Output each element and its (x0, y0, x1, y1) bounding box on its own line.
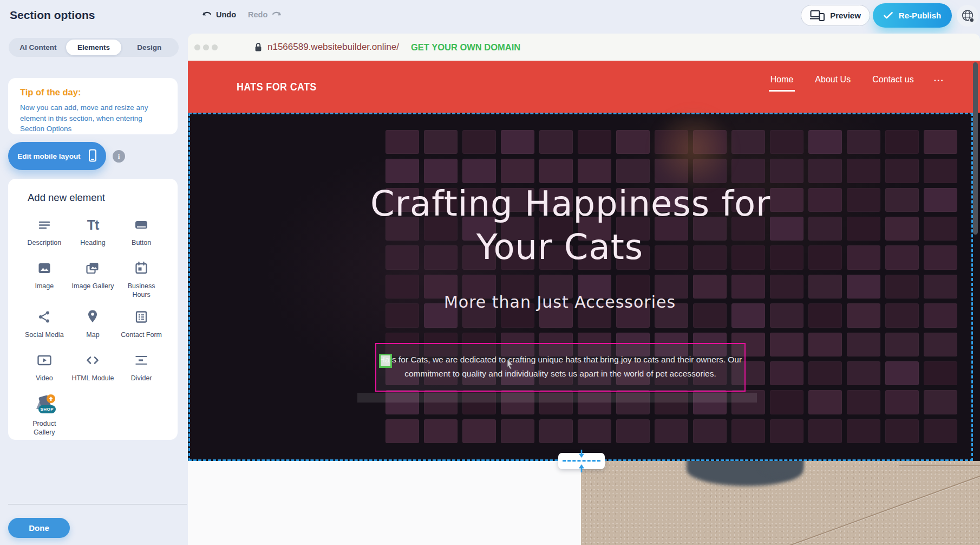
next-section-floor-image (581, 461, 980, 545)
hero-tile (885, 303, 919, 327)
hero-tile (885, 390, 919, 414)
element-contact-form[interactable]: Contact Form (118, 307, 165, 343)
site-logo[interactable]: HATS FOR CATS (237, 80, 317, 93)
element-video[interactable]: Video (21, 350, 68, 386)
preview-button[interactable]: Preview (801, 5, 870, 26)
hero-tile (808, 333, 842, 356)
done-button[interactable]: Done (8, 518, 70, 538)
browser-address-bar: n1566589.websitebuilder.online/ GET YOUR… (188, 34, 980, 61)
selected-text-element[interactable]: Hats for Cats, we are dedicated to craft… (375, 343, 746, 392)
hero-tile (885, 361, 919, 385)
get-domain-link[interactable]: GET YOUR OWN DOMAIN (411, 42, 520, 53)
hero-tile (770, 130, 803, 154)
page-title: Section options (10, 9, 95, 22)
upgrade-arrow-icon (47, 394, 55, 403)
info-icon[interactable]: i (113, 150, 125, 163)
element-business-hours[interactable]: Business Hours (118, 258, 165, 300)
hero-tile (578, 130, 611, 154)
hero-tile (693, 419, 727, 443)
element-html-module[interactable]: HTML Module (70, 350, 116, 386)
redo-button[interactable]: Redo (248, 10, 282, 19)
undo-button[interactable]: Undo (201, 10, 236, 19)
hero-tile (424, 130, 458, 154)
hero-tile (578, 419, 611, 443)
hero-tile (847, 333, 880, 356)
hero-tile (770, 333, 803, 356)
hero-tile (539, 159, 573, 183)
edit-mobile-layout-label: Edit mobile layout (17, 152, 80, 160)
hero-tile (885, 419, 919, 443)
hero-tile (386, 419, 419, 443)
edit-mobile-layout-button[interactable]: Edit mobile layout (8, 142, 106, 170)
image-icon (37, 258, 51, 278)
hero-tile (847, 159, 880, 183)
divider-icon (134, 350, 149, 371)
hero-tile (924, 130, 957, 154)
hero-tile (578, 159, 611, 183)
element-product-gallery[interactable]: SHOP Product Gallery (21, 393, 68, 437)
tab-elements[interactable]: Elements (66, 40, 122, 55)
nav-about-us[interactable]: About Us (813, 74, 852, 90)
hero-tile (386, 159, 419, 183)
element-image-gallery[interactable]: Image Gallery (70, 258, 116, 300)
hero-tile (885, 188, 919, 212)
tab-ai-content[interactable]: AI Content (10, 40, 66, 55)
hero-tile (885, 275, 919, 299)
element-social-media[interactable]: Social Media (21, 307, 68, 343)
globe-icon (961, 9, 975, 23)
nav-more-ellipsis[interactable]: ... (934, 74, 944, 83)
element-description[interactable]: Description (21, 215, 68, 251)
element-heading[interactable]: Tt Heading (70, 215, 116, 251)
lock-icon (254, 42, 263, 53)
republish-button[interactable]: Re-Publish (873, 3, 952, 28)
element-divider[interactable]: Divider (118, 350, 165, 386)
hero-tile (808, 245, 842, 269)
tip-title: Tip of the day: (20, 87, 166, 98)
hero-tile (847, 188, 880, 212)
hero-tile (924, 303, 957, 327)
nav-contact-us[interactable]: Contact us (871, 74, 915, 90)
hero-tile (770, 159, 803, 183)
site-url: n1566589.websitebuilder.online/ (267, 42, 399, 53)
hero-tile (924, 188, 957, 212)
tab-design[interactable]: Design (121, 40, 177, 55)
site-preview-viewport: HATS FOR CATS Home About Us Contact us .… (188, 61, 980, 545)
undo-icon (201, 10, 212, 19)
element-image[interactable]: Image (21, 258, 68, 300)
hero-tile (847, 419, 880, 443)
element-map[interactable]: Map (70, 307, 116, 343)
panel-tabs: AI Content Elements Design (9, 38, 179, 57)
element-button[interactable]: Button (118, 215, 165, 251)
hero-tile (808, 361, 842, 385)
hero-tile (424, 159, 458, 183)
mouse-cursor (506, 359, 515, 370)
element-hover-strip (357, 393, 757, 403)
hero-tile (770, 361, 803, 385)
hero-tile (770, 275, 803, 299)
hero-tile (924, 245, 957, 269)
hero-tile (731, 419, 765, 443)
hero-section-selected[interactable]: Crafting Happiness for Your Cats More th… (188, 113, 980, 461)
hero-heading[interactable]: Crafting Happiness for Your Cats (370, 182, 749, 269)
hero-subheading[interactable]: More than Just Accessories (370, 293, 749, 312)
redo-icon (271, 10, 282, 19)
hero-tile (770, 188, 803, 212)
hero-tile (616, 130, 650, 154)
social-media-icon (37, 307, 51, 327)
hero-tile (539, 130, 573, 154)
globe-language-button[interactable] (957, 5, 978, 27)
nav-home[interactable]: Home (769, 74, 795, 92)
hero-tile (539, 419, 573, 443)
hero-tile (808, 390, 842, 414)
phone-icon (87, 149, 97, 163)
hero-tile (501, 159, 534, 183)
hero-tile (885, 333, 919, 356)
hero-tile (847, 245, 880, 269)
element-drag-handle[interactable] (379, 354, 392, 368)
next-section-background (188, 461, 581, 545)
arrow-down-icon (578, 450, 585, 458)
resize-dash-line (563, 460, 600, 462)
scrollbar-thumb[interactable] (973, 62, 978, 235)
section-resize-handle[interactable] (558, 453, 605, 469)
description-icon (37, 215, 51, 235)
